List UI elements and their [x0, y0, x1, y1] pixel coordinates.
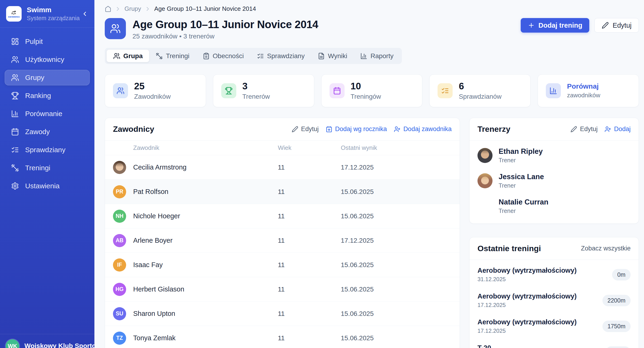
training-item[interactable]: Aerobowy (wytrzymałościowy) 31.12.2025 0… [478, 262, 630, 288]
home-icon[interactable] [105, 6, 111, 12]
athlete-last-result: 17.12.2025 [341, 237, 452, 244]
users-icon [11, 56, 19, 64]
table-row[interactable]: NH Nichole Hoeger 11 15.06.2025 [105, 204, 460, 228]
logo-word: SWIMMING [8, 16, 20, 18]
tab-obecnosci[interactable]: Obecności [196, 50, 250, 62]
athletes-edit-button[interactable]: Edytuj [292, 126, 319, 133]
sidebar-collapse-button[interactable] [81, 10, 88, 17]
app-logo: SWIMMING [6, 6, 22, 21]
stat-label: Treningów [351, 93, 381, 100]
chevron-left-icon [81, 10, 88, 17]
sidebar-item-zawody[interactable]: Zawody [5, 124, 90, 140]
table-row[interactable]: AB Arlene Boyer 11 17.12.2025 [105, 228, 460, 253]
recent-trainings-panel: Ostatnie treningi Zobacz wszystkie Aerob… [469, 237, 639, 348]
see-all-link[interactable]: Zobacz wszystkie [581, 245, 630, 252]
tab-raporty[interactable]: Raporty [354, 50, 400, 62]
coaches-panel: Trenerzy Edytuj Dodaj [469, 118, 639, 224]
training-item[interactable]: Aerobowy (wytrzymałościowy) 17.12.2025 1… [478, 313, 630, 339]
stat-value: 3 [242, 81, 270, 91]
tab-grupa[interactable]: Grupa [107, 50, 149, 62]
sidebar-item-uzytkownicy[interactable]: Użytkownicy [5, 52, 90, 67]
trainings-panel-header: Ostatnie treningi Zobacz wszystkie [470, 237, 638, 260]
stat-label: Sprawdzianów [459, 93, 502, 100]
coaches-add-button[interactable]: Dodaj [604, 126, 630, 133]
sidebar-item-grupy[interactable]: Grupy [5, 70, 90, 85]
athlete-name: Herbert Gislason [133, 285, 184, 293]
athlete-last-result: 15.06.2025 [341, 335, 452, 342]
stat-cards: 25 Zawodników 3 Trenerów 10 Treningów [105, 74, 639, 107]
sidebar-item-ustawienia[interactable]: Ustawienia [5, 178, 90, 194]
chevron-right-icon [114, 6, 121, 12]
table-row[interactable]: SU Sharon Upton 11 15.06.2025 [105, 301, 460, 326]
app-subtitle: System zarządzania [27, 15, 80, 21]
gear-icon [11, 182, 19, 190]
users-icon [113, 83, 128, 98]
compare-label: zawodników [567, 92, 600, 99]
sidebar-item-pulpit[interactable]: Pulpit [5, 34, 90, 49]
file-text-icon [318, 52, 325, 60]
add-athlete-button[interactable]: Dodaj zawodnika [394, 126, 452, 133]
dashboard-grid-icon [11, 37, 19, 45]
coach-item[interactable]: Ethan Ripley Trener [478, 143, 630, 168]
avatar [478, 173, 492, 188]
calendar-plus-icon [326, 126, 332, 133]
coach-role: Trener [498, 157, 543, 164]
add-training-button[interactable]: Dodaj trening [521, 18, 590, 33]
avatar: AB [113, 234, 126, 247]
sidebar-item-label: Grupy [25, 74, 44, 82]
tab-label: Grupa [123, 52, 142, 60]
coaches-panel-header: Trenerzy Edytuj Dodaj [470, 118, 638, 141]
trainings-title: Ostatnie treningi [478, 244, 541, 253]
tab-sprawdziany[interactable]: Sprawdziany [250, 50, 311, 62]
coach-item[interactable]: Jessica Lane Trener [478, 168, 630, 193]
coach-name: Jessica Lane [498, 173, 544, 181]
training-item[interactable]: Aerobowy (wytrzymałościowy) 17.12.2025 2… [478, 288, 630, 313]
page-header: Age Group 10–11 Junior Novice 2014 25 za… [105, 18, 639, 40]
athlete-age: 11 [278, 188, 341, 195]
sidebar-item-treningi[interactable]: Treningi [5, 160, 90, 176]
avatar: NH [113, 210, 126, 223]
main-content: Grupy Age Group 10–11 Junior Novice 2014… [94, 0, 644, 348]
column-header-wiek: Wiek [278, 144, 341, 152]
right-column: Trenerzy Edytuj Dodaj [469, 118, 639, 348]
stat-card-zawodnicy: 25 Zawodników [105, 74, 206, 107]
sidebar-user[interactable]: WK Wojskowy Klub Sportowy ... [0, 334, 94, 348]
distance-badge: 2200m [602, 295, 630, 306]
pencil-icon [602, 22, 609, 29]
sidebar-item-sprawdziany[interactable]: Sprawdziany [5, 142, 90, 158]
training-list: Aerobowy (wytrzymałościowy) 31.12.2025 0… [470, 260, 638, 348]
coach-role: Trener [498, 182, 544, 189]
table-row[interactable]: TZ Tonya Zemlak 11 15.06.2025 [105, 326, 460, 348]
sidebar-item-ranking[interactable]: Ranking [5, 88, 90, 103]
breadcrumb-link-grupy[interactable]: Grupy [124, 5, 141, 12]
coaches-edit-button[interactable]: Edytuj [570, 126, 598, 133]
add-by-year-button[interactable]: Dodaj wg rocznika [326, 126, 387, 133]
compare-link[interactable]: Porównaj [567, 83, 600, 90]
edit-group-button[interactable]: Edytuj [594, 18, 639, 33]
table-row[interactable]: PR Pat Rolfson 11 15.06.2025 [105, 179, 460, 204]
avatar: PR [113, 185, 126, 198]
trophy-icon [221, 83, 236, 98]
athlete-name: Nichole Hoeger [133, 212, 180, 220]
athletes-title: Zawodnicy [113, 125, 154, 134]
training-item[interactable]: T-20 17.12.2025 200m [478, 339, 630, 348]
coach-item[interactable]: Natalie Curran Trener [478, 193, 630, 219]
sidebar-item-porownanie[interactable]: Porównanie [5, 106, 90, 122]
avatar: HG [113, 283, 126, 296]
table-row[interactable]: Cecilia Armstrong 11 17.12.2025 [105, 155, 460, 179]
table-row[interactable]: IF Isaac Fay 11 15.06.2025 [105, 253, 460, 277]
compare-card[interactable]: Porównaj zawodników [538, 74, 639, 107]
avatar [478, 148, 492, 163]
table-row[interactable]: HG Herbert Gislason 11 15.06.2025 [105, 277, 460, 301]
stat-label: Zawodników [134, 93, 171, 100]
column-header-zawodnik: Zawodnik [113, 144, 278, 152]
tab-wyniki[interactable]: Wyniki [311, 50, 354, 62]
training-date: 17.12.2025 [478, 328, 576, 334]
tab-treningi[interactable]: Treningi [149, 50, 196, 62]
checklist-icon [257, 52, 264, 60]
athlete-last-result: 15.06.2025 [341, 188, 452, 195]
clipboard-icon [203, 52, 210, 60]
athlete-last-result: 17.12.2025 [341, 164, 452, 171]
athlete-age: 11 [278, 335, 341, 342]
dumbbell-icon [156, 52, 163, 60]
